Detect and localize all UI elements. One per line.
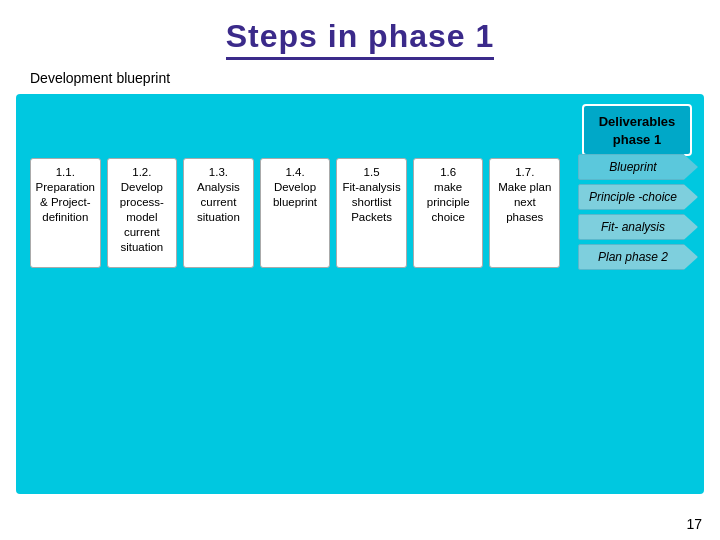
arrow-principle-choice: Principle -choice xyxy=(578,184,698,210)
step-1-1: 1.1. Preparation & Project-definition xyxy=(30,158,101,268)
arrow-plan-phase2: Plan phase 2 xyxy=(578,244,698,270)
page-number: 17 xyxy=(686,516,702,532)
arrows-column: Blueprint Principle -choice Fit- analysi… xyxy=(578,154,698,270)
step-1-6: 1.6 make principle choice xyxy=(413,158,484,268)
arrow-blueprint: Blueprint xyxy=(578,154,698,180)
steps-row: 1.1. Preparation & Project-definition 1.… xyxy=(30,158,560,268)
step-1-5: 1.5 Fit-analysis shortlist Packets xyxy=(336,158,407,268)
main-title: Steps in phase 1 xyxy=(226,18,495,60)
step-1-3: 1.3. Analysis current situation xyxy=(183,158,254,268)
main-container: Deliverables phase 1 Blueprint Principle… xyxy=(16,94,704,494)
deliverables-label: Deliverables phase 1 xyxy=(599,114,676,147)
page: Steps in phase 1 Development blueprint D… xyxy=(0,0,720,540)
deliverables-box: Deliverables phase 1 xyxy=(582,104,692,156)
step-1-4: 1.4. Develop blueprint xyxy=(260,158,331,268)
title-section: Steps in phase 1 xyxy=(0,0,720,66)
subtitle: Development blueprint xyxy=(0,70,720,86)
step-1-2: 1.2. Develop process-model current situa… xyxy=(107,158,178,268)
arrow-fit-analysis: Fit- analysis xyxy=(578,214,698,240)
step-1-7: 1.7. Make plan next phases xyxy=(489,158,560,268)
